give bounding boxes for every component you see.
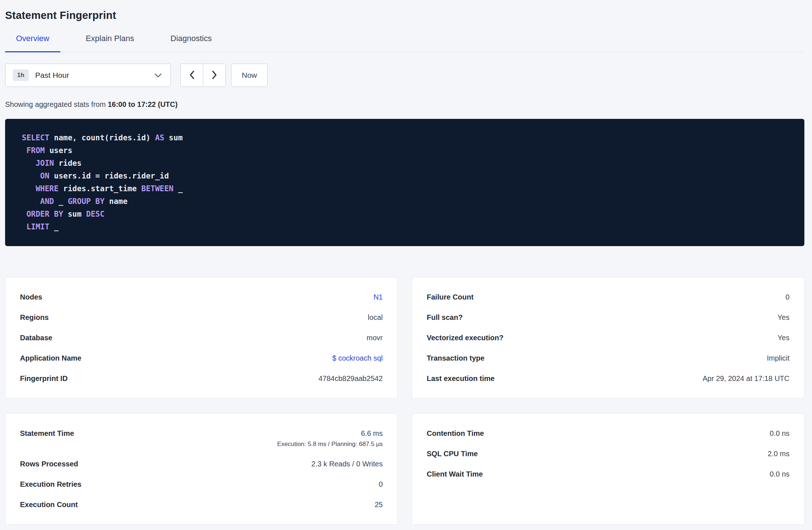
tab-overview[interactable]: Overview	[5, 34, 60, 52]
now-button[interactable]: Now	[231, 64, 268, 87]
wait-time-card: Contention Time 0.0 ns SQL CPU Time 2.0 …	[412, 413, 804, 525]
row-value: Implicit	[767, 353, 789, 363]
application-name-link[interactable]: $ cockroach sql	[332, 353, 383, 363]
row-value: 0	[785, 292, 789, 302]
time-picker-row: 1h Past Hour Now	[5, 64, 804, 87]
row-label: Rows Processed	[20, 459, 78, 469]
aggregated-stats-caption: Showing aggregated stats from 16:00 to 1…	[5, 100, 804, 109]
row-value: Apr 29, 2024 at 17:18 UTC	[703, 374, 789, 383]
row-subvalue: Execution: 5.8 ms / Planning: 687.5 µs	[277, 440, 383, 448]
chevron-down-icon	[154, 73, 162, 78]
row-label: Regions	[20, 313, 49, 322]
detail-row-statement-time: Statement Time 6.6 ms Execution: 5.8 ms …	[20, 423, 383, 454]
detail-row-full-scan: Full scan? Yes	[427, 307, 789, 328]
detail-row-regions: Regions local	[20, 307, 383, 328]
row-label: Execution Retries	[20, 479, 81, 489]
detail-row-database: Database movr	[20, 328, 383, 348]
tab-diagnostics[interactable]: Diagnostics	[160, 34, 223, 52]
row-value: 0.0 ns	[770, 429, 789, 438]
row-value: Yes	[777, 313, 789, 322]
row-value: 0.0 ns	[770, 469, 789, 479]
nodes-link[interactable]: N1	[373, 292, 383, 302]
detail-row-vectorized: Vectorized execution? Yes	[427, 328, 789, 348]
row-label: Vectorized execution?	[427, 333, 503, 342]
sql-statement-box: SELECT name, count(rides.id) AS sum FROM…	[5, 119, 804, 246]
row-value: 2.3 k Reads / 0 Writes	[311, 459, 383, 469]
time-range-dropdown[interactable]: 1h Past Hour	[5, 64, 171, 87]
timing-cards-row: Statement Time 6.6 ms Execution: 5.8 ms …	[5, 413, 804, 525]
statement-time-values: 6.6 ms Execution: 5.8 ms / Planning: 687…	[277, 429, 383, 448]
chevron-left-icon	[189, 70, 195, 81]
row-label: Contention Time	[427, 429, 484, 438]
execution-attributes-card: Failure Count 0 Full scan? Yes Vectorize…	[412, 277, 804, 398]
next-time-button[interactable]	[203, 64, 226, 87]
page-title: Statement Fingerprint	[5, 9, 804, 21]
detail-row-last-execution-time: Last execution time Apr 29, 2024 at 17:1…	[427, 368, 789, 389]
detail-row-transaction-type: Transaction type Implicit	[427, 348, 789, 368]
row-label: Last execution time	[427, 374, 495, 383]
caption-prefix: Showing aggregated stats from	[5, 100, 108, 108]
tab-bar: Overview Explain Plans Diagnostics	[5, 34, 804, 52]
row-label: Full scan?	[427, 313, 463, 322]
statement-timing-card: Statement Time 6.6 ms Execution: 5.8 ms …	[5, 413, 398, 525]
row-value: local	[368, 313, 383, 322]
row-value: 4784cb829aab2542	[318, 374, 383, 383]
summary-cards-row: Nodes N1 Regions local Database movr App…	[5, 277, 804, 398]
statement-details-card: Nodes N1 Regions local Database movr App…	[5, 277, 398, 398]
tab-explain-plans[interactable]: Explain Plans	[75, 34, 145, 52]
detail-row-failure-count: Failure Count 0	[427, 287, 789, 307]
row-label: Fingerprint ID	[20, 374, 68, 383]
row-label: Transaction type	[427, 353, 485, 363]
row-label: Statement Time	[20, 429, 74, 438]
detail-row-sql-cpu-time: SQL CPU Time 2.0 ms	[427, 443, 789, 464]
row-value: Yes	[777, 333, 789, 342]
row-value: 2.0 ms	[768, 449, 789, 458]
time-nav-buttons	[180, 64, 226, 87]
previous-time-button[interactable]	[180, 64, 203, 87]
detail-row-execution-retries: Execution Retries 0	[20, 474, 383, 494]
detail-row-fingerprint-id: Fingerprint ID 4784cb829aab2542	[20, 368, 383, 389]
row-value: movr	[367, 333, 383, 342]
row-value: 25	[375, 500, 383, 509]
sql-code: SELECT name, count(rides.id) AS sum FROM…	[22, 132, 788, 233]
time-range-badge: 1h	[13, 69, 29, 81]
chevron-right-icon	[211, 70, 218, 81]
row-value: 6.6 ms	[277, 429, 383, 438]
row-value: 0	[379, 479, 383, 489]
detail-row-application-name: Application Name $ cockroach sql	[20, 348, 383, 368]
statement-fingerprint-page: Statement Fingerprint Overview Explain P…	[0, 0, 812, 525]
row-label: Database	[20, 333, 52, 342]
row-label: Execution Count	[20, 500, 78, 509]
time-range-label: Past Hour	[35, 71, 69, 80]
detail-row-client-wait-time: Client Wait Time 0.0 ns	[427, 464, 789, 484]
row-label: Application Name	[20, 353, 81, 363]
row-label: Failure Count	[427, 292, 474, 302]
row-label: Nodes	[20, 292, 42, 302]
caption-time-range: 16:00 to 17:22 (UTC)	[108, 100, 177, 108]
row-label: SQL CPU Time	[427, 449, 478, 458]
detail-row-nodes: Nodes N1	[20, 287, 383, 307]
row-label: Client Wait Time	[427, 469, 483, 479]
detail-row-rows-processed: Rows Processed 2.3 k Reads / 0 Writes	[20, 454, 383, 474]
detail-row-execution-count: Execution Count 25	[20, 494, 383, 515]
detail-row-contention-time: Contention Time 0.0 ns	[427, 423, 789, 443]
